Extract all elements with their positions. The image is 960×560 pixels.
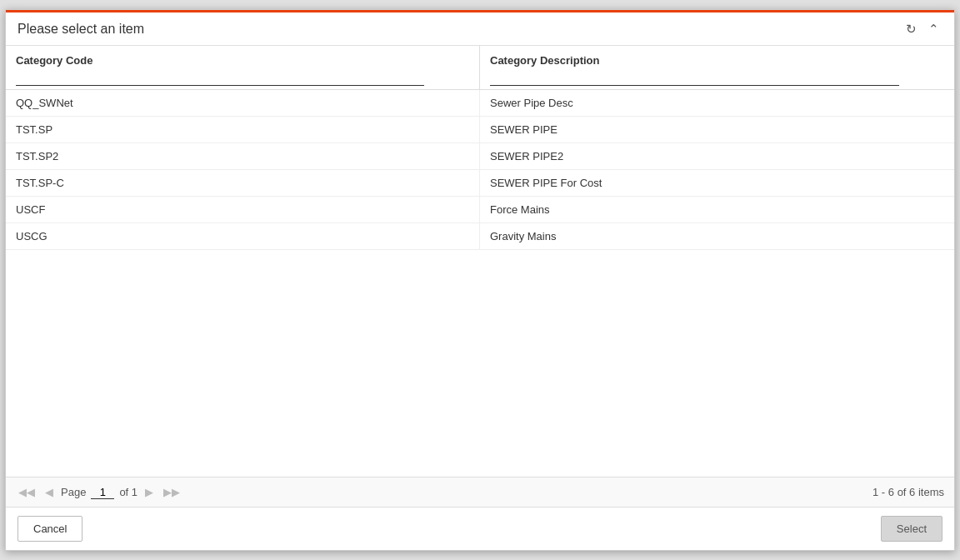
cell-code: TST.SP-C: [6, 170, 480, 196]
cell-description: SEWER PIPE2: [480, 143, 954, 169]
dialog-header: Please select an item ↻ ⌃: [6, 10, 954, 46]
column-header-category-desc: Category Description: [480, 46, 954, 89]
pagination-left: ◀◀ ◀ Page of 1 ▶ ▶▶: [16, 484, 182, 500]
cancel-button[interactable]: Cancel: [18, 516, 82, 542]
filter-input-category-code[interactable]: [16, 70, 424, 86]
table-area: Category Code Category Description QQ_SW…: [6, 46, 954, 477]
table-row[interactable]: USCF Force Mains: [6, 197, 954, 223]
table-row[interactable]: TST.SP SEWER PIPE: [6, 117, 954, 143]
first-page-button[interactable]: ◀◀: [16, 484, 38, 500]
cell-description: SEWER PIPE: [480, 117, 954, 142]
cell-code: TST.SP2: [6, 143, 480, 169]
header-actions: ↻ ⌃: [902, 21, 942, 37]
column-label-category-code: Category Code: [16, 54, 469, 67]
cell-code: USCG: [6, 223, 480, 249]
prev-page-button[interactable]: ◀: [42, 484, 56, 500]
of-label: of 1: [119, 486, 138, 498]
cell-code: USCF: [6, 197, 480, 222]
refresh-button[interactable]: ↻: [902, 21, 920, 37]
items-count: 1 - 6 of 6 items: [872, 486, 944, 498]
table-header: Category Code Category Description: [6, 46, 954, 90]
last-page-button[interactable]: ▶▶: [161, 484, 182, 500]
table-row[interactable]: USCG Gravity Mains: [6, 223, 954, 250]
cell-description: SEWER PIPE For Cost: [480, 170, 954, 196]
next-page-button[interactable]: ▶: [142, 484, 156, 500]
cell-description: Force Mains: [480, 197, 954, 222]
column-header-category-code: Category Code: [6, 46, 480, 89]
dialog-footer: Cancel Select: [6, 507, 954, 550]
column-label-category-description: Category Description: [490, 54, 944, 67]
filter-input-category-description[interactable]: [490, 70, 899, 86]
table-scroll[interactable]: QQ_SWNet Sewer Pipe Desc TST.SP SEWER PI…: [6, 90, 954, 477]
cell-code: TST.SP: [6, 117, 480, 142]
page-label: Page: [61, 486, 86, 498]
select-button[interactable]: Select: [881, 516, 942, 542]
page-number-input[interactable]: [91, 486, 114, 499]
table-row[interactable]: QQ_SWNet Sewer Pipe Desc: [6, 90, 954, 117]
dialog-title: Please select an item: [18, 22, 144, 37]
cell-description: Gravity Mains: [480, 223, 954, 249]
cell-code: QQ_SWNet: [6, 90, 480, 116]
table-row[interactable]: TST.SP2 SEWER PIPE2: [6, 143, 954, 170]
cell-description: Sewer Pipe Desc: [480, 90, 954, 116]
pagination-bar: ◀◀ ◀ Page of 1 ▶ ▶▶ 1 - 6 of 6 items: [6, 477, 954, 507]
collapse-button[interactable]: ⌃: [925, 21, 942, 37]
select-item-dialog: Please select an item ↻ ⌃ Category Code …: [5, 9, 955, 551]
dialog-body: Category Code Category Description QQ_SW…: [6, 46, 954, 507]
table-row[interactable]: TST.SP-C SEWER PIPE For Cost: [6, 170, 954, 197]
